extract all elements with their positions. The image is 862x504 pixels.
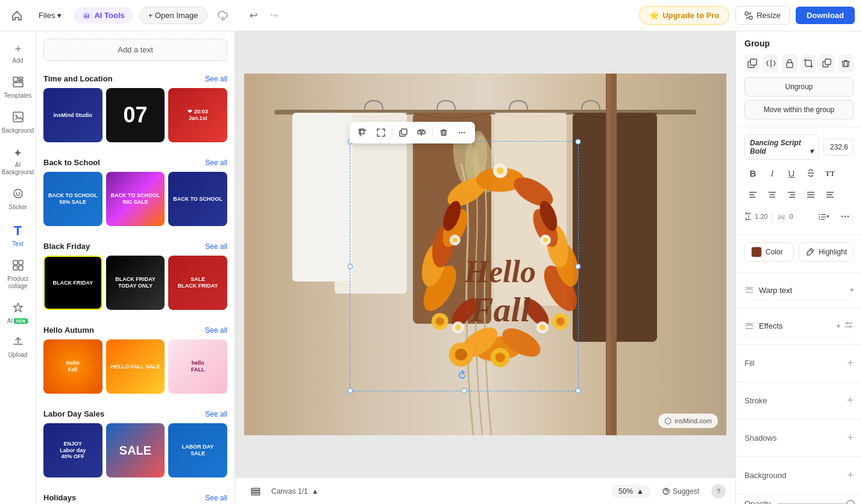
template-item[interactable]: BLACK FRIDAY — [43, 256, 102, 310]
left-sidebar: ＋ Add Templates Background ✦ AI Backgrou… — [0, 31, 36, 504]
files-button[interactable]: Files ▾ — [33, 7, 68, 24]
upgrade-button[interactable]: ⭐ Upgrade to Pro — [639, 6, 729, 25]
move-within-group-button[interactable]: Move within the group — [744, 100, 854, 119]
italic-button[interactable]: I — [764, 165, 781, 181]
align-left-button[interactable] — [744, 186, 761, 203]
background-row: Background + — [744, 464, 854, 487]
duplicate-button[interactable] — [395, 124, 412, 141]
redo-button[interactable]: ↪ — [265, 7, 283, 25]
suggest-button[interactable]: Suggest — [656, 485, 705, 498]
sidebar-item-add[interactable]: ＋ Add — [2, 36, 34, 69]
see-all-autumn[interactable]: See all — [205, 326, 227, 335]
download-button[interactable]: Download — [796, 7, 855, 24]
svg-rect-15 — [19, 260, 23, 265]
more-text-options-button[interactable] — [837, 208, 854, 225]
help-button[interactable]: ? — [711, 484, 726, 499]
text-transform-button[interactable]: TT — [822, 165, 838, 181]
delete-panel-button[interactable] — [838, 54, 854, 72]
strikethrough-button[interactable] — [802, 165, 819, 181]
more-options-button[interactable] — [453, 124, 470, 141]
svg-point-11 — [14, 189, 22, 198]
svg-point-67 — [497, 167, 504, 174]
add-text-button[interactable]: Add a text — [43, 39, 227, 61]
add-icon: ＋ — [13, 41, 24, 55]
fit-button[interactable] — [373, 124, 389, 141]
svg-point-2 — [222, 17, 224, 20]
template-item[interactable]: ❤ 20:03Jan.1st — [168, 88, 227, 142]
group-button[interactable] — [413, 124, 430, 141]
rp-stroke-section: Stroke + — [736, 382, 862, 420]
align-right-button[interactable] — [783, 186, 800, 203]
color-button[interactable]: Color — [744, 242, 794, 262]
group-btn-row: Ungroup Move within the group — [744, 77, 854, 119]
sidebar-item-templates[interactable]: Templates — [2, 72, 34, 104]
cloud-sync-button[interactable] — [213, 6, 233, 25]
canvas-container[interactable]: Hello Fall ⬡ insMind.com — [235, 31, 735, 477]
sidebar-item-ai-tools[interactable]: AI Tools NEW — [2, 297, 34, 329]
warp-text-row[interactable]: Warp text ▾ — [744, 280, 854, 300]
background-add-button[interactable]: + — [847, 469, 854, 482]
bold-button[interactable]: B — [744, 165, 761, 181]
see-all-holidays[interactable]: See all — [205, 494, 227, 502]
canvas-name-display[interactable]: Canvas 1/1 ▲ — [271, 487, 319, 496]
template-item[interactable]: BACK TO SCHOOL — [168, 172, 227, 226]
align-justify-button[interactable] — [802, 186, 819, 203]
template-item[interactable]: insMind Studio — [43, 88, 102, 142]
shadows-add-button[interactable]: + — [847, 432, 854, 444]
align-center-button[interactable] — [764, 186, 781, 203]
sidebar-item-ai-background[interactable]: ✦ AI Background — [2, 142, 34, 181]
rotate-handle[interactable] — [456, 369, 468, 381]
duplicate-panel-button[interactable] — [820, 54, 835, 72]
underline-button[interactable]: U — [783, 165, 800, 181]
see-all-school[interactable]: See all — [205, 159, 227, 167]
see-all-labor[interactable]: See all — [205, 410, 227, 418]
layers-order-button[interactable] — [744, 54, 760, 72]
sidebar-item-background[interactable]: Background — [2, 107, 34, 139]
font-family-selector[interactable]: Dancing Script Bold ▾ — [744, 134, 819, 160]
template-item[interactable]: BACK TO SCHOOLBIG SALE — [106, 172, 165, 226]
template-item[interactable]: BLACK FRIDAYTODAY ONLY — [106, 256, 165, 310]
undo-button[interactable]: ↩ — [245, 7, 263, 25]
resize-button[interactable]: Resize — [735, 6, 790, 25]
effects-row[interactable]: Effects ▾ — [744, 315, 854, 337]
home-button[interactable] — [7, 6, 27, 25]
see-all-bf[interactable]: See all — [205, 242, 227, 251]
template-item[interactable]: BACK TO SCHOOL50% SALE — [43, 172, 102, 226]
crop-button[interactable] — [354, 124, 371, 141]
crop-tool-button[interactable] — [801, 54, 816, 72]
sidebar-item-upload[interactable]: Upload — [2, 331, 34, 364]
stroke-add-button[interactable]: + — [847, 394, 854, 407]
sidebar-item-sticker[interactable]: Sticker — [2, 183, 34, 216]
flip-button[interactable] — [763, 54, 778, 72]
svg-rect-4 — [749, 16, 752, 19]
layers-button[interactable] — [245, 484, 266, 499]
open-image-button[interactable]: + Open Image — [139, 7, 207, 24]
sidebar-item-product-collage[interactable]: Product collage — [2, 255, 34, 295]
list-button[interactable]: ▾ — [815, 208, 832, 225]
template-item[interactable]: ENJOYLabor day40% OFF — [43, 423, 102, 477]
template-item[interactable]: SALEBLACK FRIDAY — [168, 256, 227, 310]
ai-tools-button[interactable]: AI AI Tools — [74, 7, 133, 24]
effects-settings-button[interactable] — [844, 320, 854, 332]
delete-button[interactable] — [435, 124, 452, 141]
font-size-input[interactable]: 232.6 — [823, 139, 854, 156]
align-justify2-button[interactable] — [822, 186, 838, 203]
lock-button[interactable] — [782, 54, 797, 72]
template-item[interactable]: HELLO FALL SALE — [106, 339, 165, 394]
template-item[interactable]: HelloFall — [43, 339, 102, 394]
effects-chevron[interactable]: ▾ — [837, 322, 840, 330]
template-item[interactable]: SALE — [106, 423, 165, 477]
highlight-button[interactable]: Highlight — [799, 242, 854, 262]
svg-text:|A|: |A| — [778, 214, 785, 220]
template-item[interactable]: 07 — [106, 88, 165, 142]
sidebar-item-text[interactable]: T Text — [2, 218, 34, 253]
text-icon: T — [14, 223, 22, 239]
chevron-up-icon: ▲ — [637, 487, 644, 496]
hello-fall-element[interactable]: Hello Fall — [407, 143, 594, 374]
see-all-time[interactable]: See all — [205, 75, 227, 83]
ungroup-button[interactable]: Ungroup — [744, 77, 854, 96]
template-item[interactable]: LABOR DAYSALE — [168, 423, 227, 477]
fill-add-button[interactable]: + — [847, 357, 854, 370]
template-item[interactable]: helloFALL — [168, 339, 227, 394]
zoom-control[interactable]: 50% ▲ — [612, 485, 650, 498]
